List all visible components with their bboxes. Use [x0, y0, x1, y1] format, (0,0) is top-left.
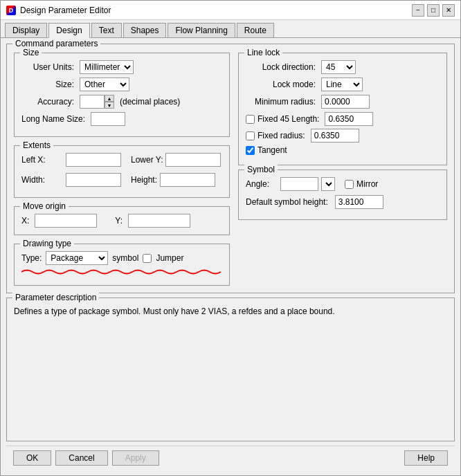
- size-panel: Size User Units: Millimeter Size: Other: [14, 53, 230, 137]
- title-controls: − □ ✕: [412, 4, 455, 17]
- accuracy-label: Accuracy:: [21, 97, 77, 107]
- apply-button[interactable]: Apply: [112, 450, 159, 466]
- accuracy-input[interactable]: 4: [80, 95, 105, 109]
- type-label: Type:: [21, 253, 42, 263]
- minimize-button[interactable]: −: [412, 4, 424, 17]
- move-origin-title: Move origin: [20, 201, 69, 211]
- x-label: X:: [21, 216, 29, 226]
- move-origin-panel: Move origin X: 0.0000 Y: 0.0000: [14, 206, 230, 235]
- min-radius-value: 0.0000: [321, 95, 370, 109]
- user-units-select[interactable]: Millimeter: [80, 60, 134, 74]
- lock-mode-select[interactable]: Line: [321, 77, 363, 91]
- symbol-title: Symbol: [244, 165, 278, 174]
- close-button[interactable]: ✕: [442, 4, 455, 17]
- fixed-radius-label: Fixed radius:: [257, 131, 305, 140]
- tab-text[interactable]: Text: [91, 23, 122, 37]
- maximize-button[interactable]: □: [427, 4, 440, 17]
- param-description-text: Defines a type of package symbol. Must o…: [14, 305, 447, 318]
- fixed45-label: Fixed 45 Length:: [257, 114, 319, 124]
- accuracy-decrement[interactable]: ▼: [105, 102, 114, 109]
- long-name-input[interactable]: 31: [91, 112, 125, 126]
- line-lock-panel: Line lock Lock direction: 45 Lock mode:: [238, 53, 447, 165]
- main-content: Command parameters Size User Units: Mill…: [1, 38, 460, 475]
- param-description-title: Parameter description: [12, 293, 99, 302]
- mirror-label: Mirror: [356, 179, 378, 189]
- fixed-radius-value: 0.6350: [311, 129, 359, 143]
- accuracy-suffix: (decimal places): [120, 97, 180, 107]
- accuracy-spinner: 4 ▲ ▼: [80, 95, 114, 109]
- y-input[interactable]: 0.0000: [128, 214, 190, 228]
- size-panel-title: Size: [20, 48, 42, 57]
- y-label: Y:: [115, 216, 123, 226]
- mirror-checkbox[interactable]: [345, 180, 354, 189]
- size-select[interactable]: Other: [80, 77, 129, 91]
- left-x-label: Left X:: [21, 155, 63, 165]
- footer-left: OK Cancel Apply: [13, 450, 159, 466]
- symbol-label: symbol: [112, 253, 138, 263]
- command-parameters-panel: Command parameters Size User Units: Mill…: [6, 44, 455, 293]
- user-units-label: User Units:: [21, 62, 77, 72]
- x-input[interactable]: 0.0000: [35, 214, 97, 228]
- jumper-label: Jumper: [156, 253, 183, 263]
- title-bar: D Design Parameter Editor − □ ✕: [1, 1, 460, 20]
- default-height-value: 3.8100: [335, 195, 383, 209]
- main-window: D Design Parameter Editor − □ ✕ Display …: [0, 0, 461, 476]
- lock-mode-label: Lock mode:: [246, 80, 318, 89]
- tab-display[interactable]: Display: [5, 23, 47, 37]
- fixed-radius-checkbox[interactable]: [246, 131, 255, 140]
- min-radius-label: Minimum radius:: [246, 97, 318, 107]
- right-panels: Line lock Lock direction: 45 Lock mode:: [238, 48, 447, 286]
- window-title: Design Parameter Editor: [20, 6, 111, 15]
- width-input[interactable]: 20.0000: [66, 173, 121, 187]
- width-label: Width:: [21, 175, 63, 185]
- tab-flow-planning[interactable]: Flow Planning: [168, 23, 235, 37]
- drawing-type-panel: Drawing type Type: Package symbol Jumper: [14, 244, 230, 286]
- default-height-label: Default symbol height:: [246, 197, 328, 207]
- tab-shapes[interactable]: Shapes: [123, 23, 167, 37]
- angle-label: Angle:: [246, 179, 278, 189]
- lower-y-input[interactable]: -10.0000: [165, 153, 221, 167]
- command-parameters-title: Command parameters: [12, 39, 100, 48]
- angle-wrap: 0.000: [280, 177, 335, 191]
- lock-direction-label: Lock direction:: [246, 62, 318, 72]
- angle-select[interactable]: [321, 177, 335, 191]
- line-lock-title: Line lock: [244, 48, 282, 57]
- title-bar-left: D Design Parameter Editor: [6, 6, 111, 15]
- long-name-label: Long Name Size:: [21, 114, 88, 124]
- footer: OK Cancel Apply Help: [6, 446, 455, 470]
- fixed45-checkbox[interactable]: [246, 115, 255, 124]
- drawing-type-title: Drawing type: [20, 239, 74, 248]
- param-description-panel: Parameter description Defines a type of …: [6, 298, 455, 441]
- fixed45-value: 0.6350: [325, 112, 373, 126]
- accuracy-increment[interactable]: ▲: [105, 95, 114, 102]
- cancel-button[interactable]: Cancel: [55, 450, 107, 466]
- help-button[interactable]: Help: [404, 450, 448, 466]
- lower-y-label: Lower Y:: [131, 155, 163, 165]
- lock-direction-select[interactable]: 45: [321, 60, 356, 74]
- jumper-checkbox[interactable]: [143, 254, 152, 263]
- extents-panel: Extents Left X: -10.0000 Lower Y: -10.00…: [14, 145, 230, 198]
- size-label: Size:: [21, 80, 77, 89]
- tab-route[interactable]: Route: [237, 23, 274, 37]
- left-x-input[interactable]: -10.0000: [66, 153, 121, 167]
- type-select[interactable]: Package: [46, 251, 108, 265]
- tangent-checkbox[interactable]: [246, 146, 255, 155]
- tab-bar: Display Design Text Shapes Flow Planning…: [1, 20, 460, 38]
- app-icon: D: [6, 6, 16, 15]
- ok-button[interactable]: OK: [13, 450, 51, 466]
- wavy-underline: [21, 268, 222, 276]
- tangent-label: Tangent: [257, 145, 287, 155]
- tab-design[interactable]: Design: [48, 23, 89, 38]
- height-input[interactable]: 20.0000: [160, 173, 215, 187]
- extents-title: Extents: [20, 140, 53, 150]
- symbol-panel: Symbol Angle: 0.000: [238, 170, 447, 220]
- height-label: Height:: [131, 175, 157, 185]
- accuracy-spinner-buttons: ▲ ▼: [105, 95, 114, 109]
- angle-input[interactable]: 0.000: [280, 177, 318, 191]
